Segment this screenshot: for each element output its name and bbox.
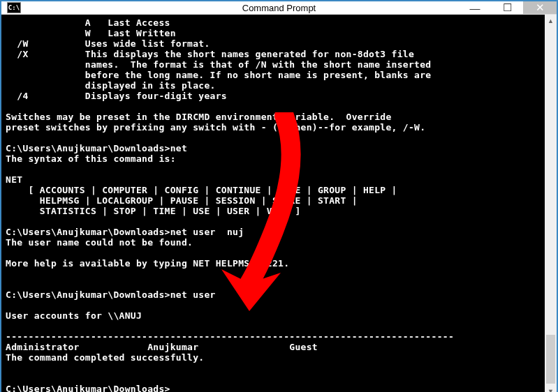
titlebar[interactable]: C:\ Command Prompt — ☐ ✕ — [1, 1, 557, 15]
window-buttons: — ☐ ✕ — [459, 1, 557, 14]
maximize-button[interactable]: ☐ — [491, 1, 523, 14]
scrollbar[interactable]: ▲ ▼ — [545, 15, 557, 392]
content-area: A Last Access W Last Written /W Uses wid… — [1, 15, 557, 392]
terminal-output[interactable]: A Last Access W Last Written /W Uses wid… — [1, 15, 545, 392]
app-icon: C:\ — [7, 2, 21, 13]
scroll-track[interactable] — [545, 27, 557, 385]
scroll-thumb[interactable] — [546, 335, 555, 384]
command-prompt-window: C:\ Command Prompt — ☐ ✕ A Last Access W… — [0, 0, 558, 392]
scroll-up-button[interactable]: ▲ — [545, 15, 557, 27]
scroll-down-button[interactable]: ▼ — [545, 385, 557, 392]
close-button[interactable]: ✕ — [523, 1, 557, 14]
minimize-button[interactable]: — — [459, 1, 491, 14]
